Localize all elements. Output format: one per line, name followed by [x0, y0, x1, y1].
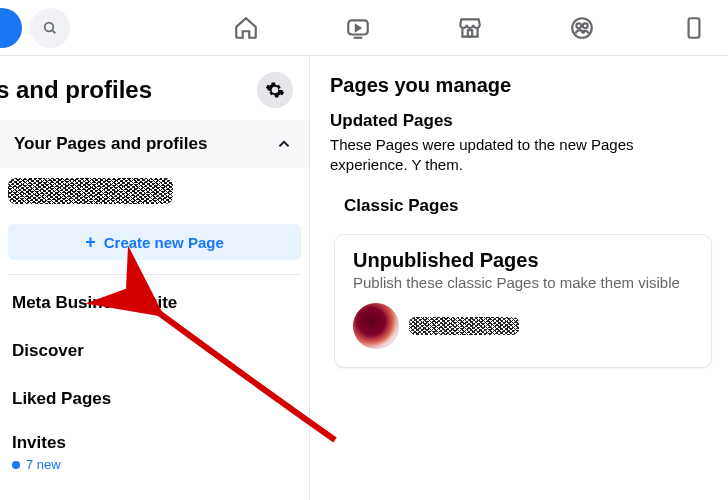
your-pages-expander[interactable]: Your Pages and profiles: [0, 120, 309, 168]
nav-tabs: [70, 0, 720, 56]
settings-button[interactable]: [257, 72, 293, 108]
updated-pages-desc: These Pages were updated to the new Page…: [330, 135, 712, 174]
invites-count: 7 new: [26, 457, 61, 472]
divider: [8, 274, 301, 275]
main-panel: Pages you manage Updated Pages These Pag…: [310, 56, 728, 500]
svg-point-5: [572, 18, 592, 38]
chevron-up-icon: [275, 135, 293, 153]
svg-point-0: [45, 22, 54, 31]
svg-point-6: [576, 23, 581, 28]
invites-label: Invites: [12, 433, 297, 453]
nav-more[interactable]: [666, 0, 722, 56]
redacted-avatar: [353, 303, 399, 349]
nav-watch[interactable]: [330, 0, 386, 56]
gear-icon: [265, 80, 285, 100]
create-page-label: Create new Page: [104, 234, 224, 251]
sidebar-item-liked-pages[interactable]: Liked Pages: [0, 375, 309, 423]
nav-groups[interactable]: [554, 0, 610, 56]
more-icon: [687, 15, 701, 41]
unpublished-pages-card: Unpublished Pages Publish these classic …: [334, 234, 712, 368]
redacted-text: [8, 178, 173, 204]
unpublished-desc: Publish these classic Pages to make them…: [353, 274, 693, 291]
marketplace-icon: [457, 15, 483, 41]
svg-rect-4: [468, 30, 472, 36]
search-icon: [42, 20, 58, 36]
sidebar-item-invites[interactable]: Invites 7 new: [0, 423, 309, 486]
expander-label: Your Pages and profiles: [14, 134, 207, 154]
classic-pages-title: Classic Pages: [344, 196, 712, 216]
nav-home[interactable]: [218, 0, 274, 56]
sidebar-item-meta-business-suite[interactable]: Meta Business Suite: [0, 279, 309, 327]
dot-icon: [12, 461, 20, 469]
nav-marketplace[interactable]: [442, 0, 498, 56]
pages-you-manage-title: Pages you manage: [330, 74, 712, 97]
plus-icon: +: [85, 232, 96, 253]
svg-point-7: [583, 23, 588, 28]
sidebar: ges and profiles Your Pages and profiles…: [0, 56, 310, 500]
redacted-page-entry[interactable]: [353, 303, 693, 349]
sidebar-header: ges and profiles: [0, 64, 309, 120]
search-button[interactable]: [30, 8, 70, 48]
svg-rect-8: [689, 18, 700, 38]
sidebar-title: ges and profiles: [0, 76, 152, 104]
home-icon: [233, 15, 259, 41]
svg-line-1: [52, 30, 55, 33]
facebook-logo[interactable]: [0, 8, 22, 48]
unpublished-title: Unpublished Pages: [353, 249, 693, 272]
content-area: ges and profiles Your Pages and profiles…: [0, 56, 728, 500]
updated-pages-title: Updated Pages: [330, 111, 712, 131]
groups-icon: [569, 15, 595, 41]
redacted-page-item[interactable]: [0, 174, 309, 214]
invites-badge: 7 new: [12, 457, 297, 472]
redacted-name: [409, 317, 519, 335]
sidebar-item-discover[interactable]: Discover: [0, 327, 309, 375]
top-bar: [0, 0, 728, 56]
create-page-button[interactable]: + Create new Page: [8, 224, 301, 260]
watch-icon: [345, 15, 371, 41]
